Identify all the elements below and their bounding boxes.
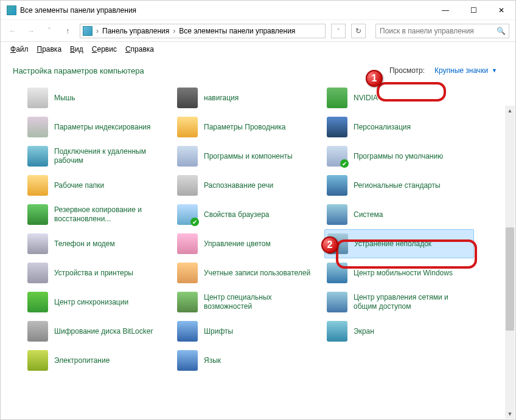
- ic-remote-icon: [27, 146, 48, 167]
- menu-tools[interactable]: Сервис: [88, 44, 120, 55]
- ic-nvidia-icon: [327, 88, 347, 108]
- control-panel-item[interactable]: Устранение неполадок: [324, 229, 474, 258]
- ic-fonts-icon: [177, 321, 198, 342]
- control-panel-item[interactable]: Рабочие папки: [25, 171, 175, 200]
- ic-backup-icon: [27, 204, 48, 225]
- ic-explorer-icon: [177, 117, 198, 137]
- ic-color-icon: [177, 233, 198, 254]
- ic-index-icon: [27, 117, 48, 137]
- menu-help[interactable]: Справка: [122, 44, 158, 55]
- close-button[interactable]: ✕: [487, 1, 515, 20]
- control-panel-item[interactable]: Система: [324, 200, 474, 229]
- control-panel-item[interactable]: Резервное копирование и восстановлени...: [25, 200, 175, 229]
- item-label: Рабочие папки: [54, 181, 104, 190]
- forward-button[interactable]: →: [25, 25, 37, 37]
- control-panel-item[interactable]: Программы и компоненты: [175, 142, 324, 171]
- control-panel-item[interactable]: Телефон и модем: [25, 229, 175, 258]
- ic-browser-icon: [177, 204, 198, 225]
- control-panel-item[interactable]: Программы по умолчанию: [324, 142, 474, 171]
- control-panel-item[interactable]: NVIDIA: [324, 83, 474, 112]
- titlebar: Все элементы панели управления — ☐ ✕: [1, 1, 515, 20]
- breadcrumb-control-panel[interactable]: Панель управления: [102, 27, 169, 35]
- navigation-bar: ← → ˅ ↑ › Панель управления › Все элемен…: [1, 20, 515, 42]
- vertical-scrollbar[interactable]: ▲ ▼: [505, 106, 515, 419]
- ic-personal-icon: [327, 117, 347, 137]
- item-label: Центр мобильности Windows: [354, 269, 453, 278]
- ic-defaultprog-icon: [327, 146, 347, 167]
- item-label: навигация: [204, 94, 239, 103]
- item-label: Система: [354, 210, 383, 219]
- item-label: Подключения к удаленным рабочим: [54, 147, 172, 165]
- refresh-dropdown[interactable]: ˅: [331, 24, 346, 38]
- control-panel-item[interactable]: Учетные записи пользователей: [175, 258, 324, 287]
- control-panel-item[interactable]: Свойства браузера: [175, 200, 324, 229]
- control-panel-item[interactable]: Мышь: [25, 83, 175, 112]
- scroll-thumb[interactable]: [506, 227, 514, 331]
- control-panel-item[interactable]: Параметры Проводника: [175, 112, 324, 142]
- control-panel-item[interactable]: Шрифты: [175, 317, 324, 346]
- item-label: Центр специальных возможностей: [204, 293, 322, 311]
- minimize-button[interactable]: —: [431, 1, 459, 20]
- items-grid: МышьнавигацияNVIDIAПараметры индексирова…: [25, 83, 504, 375]
- search-input[interactable]: [380, 27, 497, 35]
- ic-screen-icon: [327, 321, 347, 342]
- ic-system-icon: [327, 204, 347, 225]
- control-panel-item[interactable]: Подключения к удаленным рабочим: [25, 142, 175, 171]
- control-panel-item[interactable]: Региональные стандарты: [324, 171, 474, 200]
- control-panel-item[interactable]: Центр управления сетями и общим доступом: [324, 287, 474, 317]
- address-bar[interactable]: › Панель управления › Все элементы панел…: [80, 24, 326, 38]
- control-panel-item[interactable]: Шифрование диска BitLocker: [25, 317, 175, 346]
- menu-view[interactable]: Вид: [66, 44, 87, 55]
- window-buttons: — ☐ ✕: [431, 1, 515, 20]
- ic-accounts-icon: [177, 263, 198, 283]
- control-panel-item[interactable]: Язык: [175, 346, 324, 375]
- item-label: Региональные стандарты: [354, 181, 441, 190]
- control-panel-item[interactable]: навигация: [175, 83, 324, 112]
- item-label: Мышь: [54, 94, 75, 103]
- breadcrumb-all-items[interactable]: Все элементы панели управления: [179, 27, 295, 35]
- content-area: МышьнавигацияNVIDIAПараметры индексирова…: [1, 81, 515, 415]
- maximize-button[interactable]: ☐: [459, 1, 487, 20]
- menu-edit[interactable]: Правка: [33, 44, 66, 55]
- item-label: Центр управления сетями и общим доступом: [354, 293, 472, 311]
- ic-programs-icon: [177, 146, 198, 167]
- ic-mouse-icon: [27, 88, 48, 108]
- control-panel-icon: [7, 5, 16, 15]
- breadcrumb-sep: ›: [172, 27, 176, 35]
- control-panel-item[interactable]: Экран: [324, 317, 474, 346]
- control-panel-item[interactable]: Управление цветом: [175, 229, 324, 258]
- item-label: Устройства и принтеры: [54, 269, 133, 278]
- control-panel-item[interactable]: Центр мобильности Windows: [324, 258, 474, 287]
- ic-nav-icon: [177, 88, 198, 108]
- control-panel-item[interactable]: Центр синхронизации: [25, 287, 175, 317]
- view-selector[interactable]: Крупные значки ▼: [428, 64, 503, 77]
- item-label: Параметры индексирования: [54, 123, 150, 132]
- breadcrumb-sep: ›: [95, 27, 100, 35]
- control-panel-item[interactable]: Устройства и принтеры: [25, 258, 175, 287]
- item-label: Экран: [354, 327, 374, 336]
- ic-phone-icon: [27, 233, 48, 254]
- ic-region-icon: [327, 175, 347, 196]
- item-label: Телефон и модем: [54, 239, 115, 249]
- scroll-up-button[interactable]: ▲: [505, 106, 515, 115]
- control-panel-crumb-icon: [83, 26, 92, 36]
- annotation-badge-2: 2: [321, 236, 338, 253]
- item-label: Программы и компоненты: [204, 152, 293, 161]
- control-panel-item[interactable]: Персонализация: [324, 112, 474, 142]
- control-panel-item[interactable]: Центр специальных возможностей: [175, 287, 324, 317]
- search-box[interactable]: 🔍: [375, 24, 509, 38]
- view-label: Просмотр:: [389, 66, 425, 75]
- up-button[interactable]: ↑: [61, 25, 74, 37]
- history-dropdown[interactable]: ˅: [43, 25, 55, 37]
- refresh-button[interactable]: ↻: [351, 24, 366, 38]
- menu-file[interactable]: Файл: [7, 44, 32, 55]
- control-panel-item[interactable]: Распознавание речи: [175, 171, 324, 200]
- menubar: Файл Правка Вид Сервис Справка: [1, 42, 515, 57]
- control-panel-item[interactable]: Электропитание: [25, 346, 175, 375]
- back-button[interactable]: ←: [7, 25, 19, 37]
- item-label: Резервное копирование и восстановлени...: [54, 205, 172, 224]
- ic-sync-icon: [27, 292, 48, 312]
- control-panel-window: Все элементы панели управления — ☐ ✕ ← →…: [0, 0, 516, 420]
- control-panel-item[interactable]: Параметры индексирования: [25, 112, 175, 142]
- scroll-down-button[interactable]: ▼: [505, 409, 515, 419]
